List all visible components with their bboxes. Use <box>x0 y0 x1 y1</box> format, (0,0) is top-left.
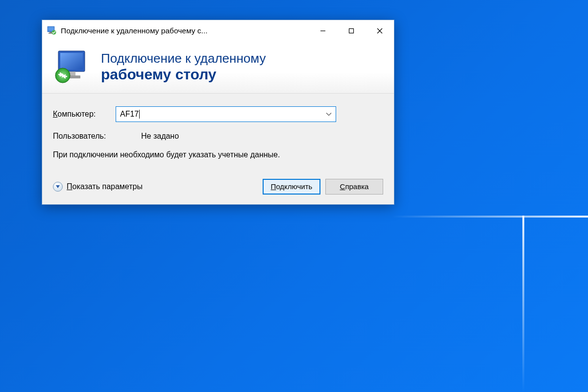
credentials-info: При подключении необходимо будет указать… <box>53 149 318 160</box>
rdp-dialog: Подключение к удаленному рабочему с... <box>42 20 394 205</box>
titlebar[interactable]: Подключение к удаленному рабочему с... <box>42 20 394 41</box>
computer-input[interactable]: AF17 <box>116 106 336 122</box>
computer-label: Компьютер: <box>53 110 116 119</box>
maximize-button[interactable] <box>337 20 366 41</box>
user-row: Пользователь: Не задано <box>53 132 383 141</box>
header-line1: Подключение к удаленному <box>101 51 266 66</box>
user-value: Не задано <box>141 132 179 141</box>
svg-rect-1 <box>48 27 54 31</box>
computer-row: Компьютер: AF17 <box>53 106 383 122</box>
minimize-button[interactable] <box>309 20 337 41</box>
window-title: Подключение к удаленному рабочему с... <box>61 26 309 35</box>
chevron-down-icon[interactable] <box>322 107 336 122</box>
show-options-label: Показать параметры <box>67 182 143 191</box>
computer-value: AF17 <box>120 110 322 119</box>
help-button[interactable]: Справка <box>325 179 383 195</box>
header-line2: рабочему столу <box>101 66 266 83</box>
expand-down-icon <box>53 182 63 192</box>
svg-rect-6 <box>349 28 354 33</box>
footer-row: Показать параметры Подключить Справка <box>53 179 383 195</box>
show-options-toggle[interactable]: Показать параметры <box>53 182 258 192</box>
rdp-icon <box>53 48 91 86</box>
svg-marker-14 <box>56 185 60 188</box>
svg-rect-10 <box>60 53 83 70</box>
window-controls <box>309 20 394 41</box>
header-banner: Подключение к удаленному рабочему столу <box>42 41 394 94</box>
close-button[interactable] <box>366 20 394 41</box>
user-label: Пользователь: <box>53 132 141 141</box>
header-text: Подключение к удаленному рабочему столу <box>101 51 266 83</box>
connect-button[interactable]: Подключить <box>263 179 320 195</box>
dialog-body: Компьютер: AF17 Пользователь: Не задано … <box>42 94 394 204</box>
app-icon <box>47 26 57 36</box>
